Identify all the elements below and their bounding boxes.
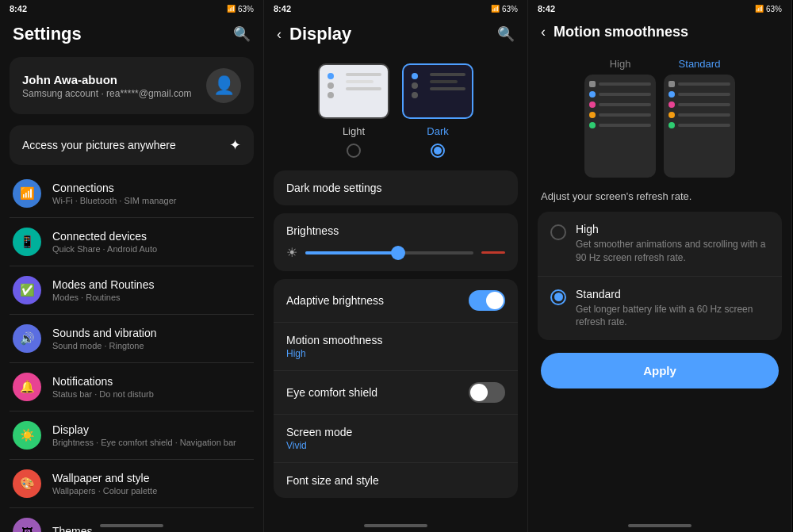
sounds-title: Sounds and vibration: [52, 327, 251, 339]
settings-header: Settings 🔍: [0, 17, 263, 51]
eye-comfort-title: Eye comfort shield: [286, 386, 469, 399]
back-button-display[interactable]: ‹: [277, 26, 282, 43]
notifications-text: Notifications Status bar · Do not distur…: [52, 375, 251, 399]
display-icon-wrap: ☀️: [13, 421, 41, 450]
display-options-section: Adaptive brightness Motion smoothness Hi…: [274, 279, 518, 498]
signal-icon-3: 📶: [755, 5, 764, 13]
apply-button-wrap: Apply: [528, 340, 791, 401]
ms-high-option[interactable]: High Get smoother animations and scrolli…: [538, 212, 782, 277]
ms-row1: [589, 81, 651, 87]
status-icons-3: 📶 63%: [755, 5, 782, 13]
dark-mode-settings-row[interactable]: Dark mode settings: [274, 170, 518, 205]
dark-label: Dark: [427, 125, 448, 137]
ms-std-line1: [678, 82, 730, 86]
light-radio[interactable]: [347, 144, 361, 158]
sidebar-item-wallpaper[interactable]: 🎨 Wallpaper and style Wallpapers · Colou…: [10, 460, 254, 508]
ms-std-line5: [678, 124, 730, 127]
theme-option-dark[interactable]: Dark: [402, 63, 473, 158]
ms-high-radio[interactable]: [550, 224, 566, 240]
ms-standard-radio[interactable]: [550, 289, 566, 305]
ms-row5: [589, 122, 651, 128]
screen-mode-title: Screen mode: [286, 426, 505, 438]
account-card[interactable]: John Awa-abuon Samsung account · rea****…: [10, 57, 254, 114]
connections-title: Connections: [52, 182, 251, 194]
light-label: Light: [343, 125, 365, 137]
adaptive-brightness-text: Adaptive brightness: [286, 294, 469, 307]
battery-text-2: 63%: [502, 5, 518, 13]
adaptive-brightness-row[interactable]: Adaptive brightness: [274, 279, 518, 323]
apply-button[interactable]: Apply: [541, 353, 779, 388]
sidebar-item-modes[interactable]: ✅ Modes and Routines Modes · Routines: [10, 266, 254, 315]
dark-theme-preview: [402, 63, 473, 119]
dot2d: [412, 82, 418, 89]
banner-text: Access your pictures anywhere: [22, 139, 176, 151]
ms-row2: [589, 91, 651, 98]
status-time-1: 8:42: [10, 4, 27, 13]
font-size-title: Font size and style: [286, 474, 505, 487]
slider-thumb[interactable]: [391, 246, 405, 260]
display-panel: 8:42 📶 63% ‹ Display 🔍: [264, 0, 528, 532]
search-icon-display[interactable]: 🔍: [497, 25, 515, 43]
preview-lines-light: [346, 73, 381, 90]
back-button-ms[interactable]: ‹: [541, 24, 546, 40]
adaptive-brightness-toggle[interactable]: [469, 290, 505, 311]
preview-dots-light: [328, 73, 334, 98]
status-icons-2: 📶 63%: [491, 5, 518, 13]
notifications-title: Notifications: [52, 375, 251, 388]
ms-high-text: High Get smoother animations and scrolli…: [576, 223, 769, 265]
sidebar-item-connected-devices[interactable]: 📱 Connected devices Quick Share · Androi…: [10, 218, 254, 266]
font-size-row[interactable]: Font size and style: [274, 463, 518, 498]
ms-dot-orange: [589, 112, 596, 118]
ms-std-row1: [668, 81, 730, 87]
brightness-label: Brightness: [286, 224, 505, 237]
sidebar-item-display[interactable]: ☀️ Display Brightness · Eye comfort shie…: [10, 411, 254, 460]
connected-devices-sub: Quick Share · Android Auto: [52, 244, 251, 254]
eye-comfort-toggle[interactable]: [469, 382, 505, 403]
motion-smoothness-row[interactable]: Motion smoothness High: [274, 323, 518, 371]
display-title: Display: [52, 423, 251, 436]
dark-radio[interactable]: [431, 144, 445, 158]
preview-lines-dark: [430, 73, 465, 90]
sidebar-item-themes[interactable]: 🖼 Themes: [10, 508, 254, 532]
connections-sub: Wi-Fi · Bluetooth · SIM manager: [52, 196, 251, 205]
connections-icon: 📶: [20, 186, 35, 201]
toggle-knob: [486, 292, 504, 309]
eye-comfort-row[interactable]: Eye comfort shield: [274, 371, 518, 415]
ms-line4: [599, 113, 651, 117]
ms-high-desc: Get smoother animations and scrolling wi…: [576, 238, 769, 265]
settings-panel: 8:42 📶 63% Settings 🔍 John Awa-abuon Sam…: [0, 0, 264, 532]
sounds-sub: Sound mode · Ringtone: [52, 341, 251, 350]
screen-mode-sub: Vivid: [286, 440, 505, 451]
pictures-banner[interactable]: Access your pictures anywhere ✦: [10, 125, 254, 165]
connections-text: Connections Wi-Fi · Bluetooth · SIM mana…: [52, 182, 251, 205]
ms-header: ‹ Motion smoothness: [528, 17, 791, 47]
screen-mode-row[interactable]: Screen mode Vivid: [274, 415, 518, 463]
line3: [346, 87, 381, 90]
ms-high-preview: High: [584, 58, 656, 178]
brightness-section: Brightness ☀: [274, 213, 518, 271]
status-bar-2: 8:42 📶 63%: [264, 0, 527, 17]
ms-std-line2: [678, 93, 730, 96]
toggle-knob-eye: [470, 384, 488, 401]
sidebar-item-connections[interactable]: 📶 Connections Wi-Fi · Bluetooth · SIM ma…: [10, 170, 254, 218]
dot1d: [412, 73, 418, 79]
sidebar-item-notifications[interactable]: 🔔 Notifications Status bar · Do not dist…: [10, 363, 254, 411]
theme-option-light[interactable]: Light: [318, 63, 389, 158]
search-icon[interactable]: 🔍: [233, 25, 251, 43]
ms-standard-option[interactable]: Standard Get longer battery life with a …: [538, 277, 782, 341]
display-icon: ☀️: [20, 428, 35, 442]
scroll-hint-1: [100, 524, 163, 527]
settings-list: 📶 Connections Wi-Fi · Bluetooth · SIM ma…: [0, 170, 263, 532]
brightness-slider[interactable]: [305, 251, 473, 255]
status-bar-1: 8:42 📶 63%: [0, 0, 263, 17]
connected-devices-icon: 📱: [20, 235, 35, 249]
ms-std-row4: [668, 112, 730, 118]
ms-line2: [599, 93, 651, 96]
ms-standard-phone: [664, 75, 735, 178]
sidebar-item-sounds[interactable]: 🔊 Sounds and vibration Sound mode · Ring…: [10, 315, 254, 363]
connected-devices-title: Connected devices: [52, 230, 251, 243]
sun-icon: ☀: [286, 245, 297, 260]
connected-devices-icon-wrap: 📱: [13, 228, 41, 256]
account-name: John Awa-abuon: [22, 73, 197, 86]
dot1: [328, 73, 334, 79]
